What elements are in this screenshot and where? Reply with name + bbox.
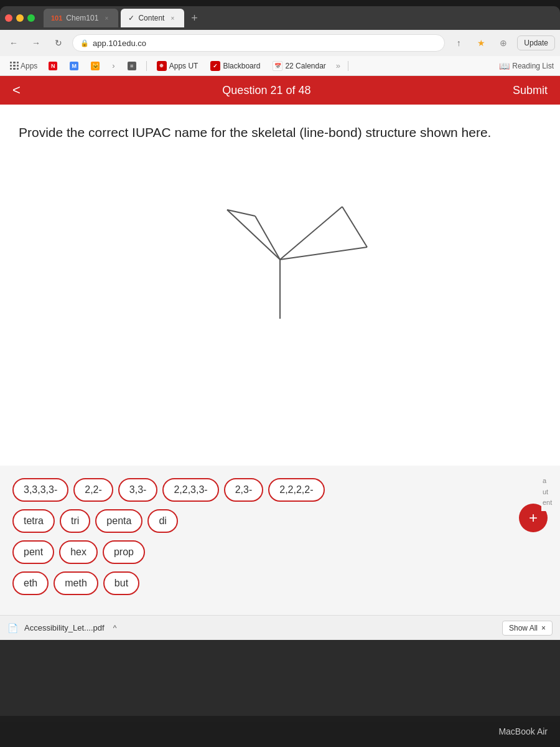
skeletal-structure [19,160,541,334]
reading-list-button[interactable]: 📖 Reading List [499,61,554,71]
calendar-label: 22 Calendar [285,62,325,70]
traffic-lights [5,14,35,22]
close-window-button[interactable] [5,14,12,22]
show-all-close-icon[interactable]: × [541,624,546,632]
bookmark-eq[interactable]: ≡ [123,60,141,72]
bookmark-m[interactable]: M [65,60,83,72]
partial-right-content: a ut ent [541,473,560,511]
tab-chem101[interactable]: 101 Chem101 × [44,9,118,27]
chem101-tab-label: Chem101 [66,14,98,22]
content-tab-icon: ✓ [128,14,134,22]
update-button[interactable]: Update [517,35,555,50]
partial-text-ent: ent [543,497,559,509]
tile-di[interactable]: di [147,509,177,533]
file-icon: 📄 [7,623,18,633]
tile-penta[interactable]: penta [95,509,142,533]
svg-line-6 [342,207,367,247]
new-tab-button[interactable]: + [187,11,202,26]
title-bar: 101 Chem101 × ✓ Content × + [0,6,560,30]
apps-grid-icon [10,62,19,70]
content-tab-close[interactable]: × [168,14,177,22]
bookmark-netflix[interactable]: N [44,60,62,72]
m-icon: M [70,62,78,70]
reading-list-label: Reading List [512,62,554,70]
address-bar: ← → ↻ 🔒 app.101edu.co ↑ ★ ⊕ Update [0,30,560,56]
url-text: app.101edu.co [93,39,146,48]
tab-content[interactable]: ✓ Content × [121,9,184,27]
more-bookmarks-chevron[interactable]: » [336,61,340,70]
chem101-tab-close[interactable]: × [102,14,111,22]
reading-list-icon: 📖 [499,61,510,71]
tab-bar: 101 Chem101 × ✓ Content × + [44,9,555,27]
submit-button[interactable]: Submit [513,84,548,97]
macos-label: MacBook Air [498,726,548,736]
reading-separator [348,61,348,71]
calendar-favicon: 📅 [273,61,282,71]
tiles-row-4: eth meth but [12,571,548,595]
question-body: Provide the correct IUPAC name for the s… [0,105,560,466]
arrow-chevron-icon: › [112,61,114,70]
answer-tiles-area: 3,3,3,3- 2,2- 3,3- 2,2,3,3- 2,3- 2,2,2,2… [0,466,560,615]
tile-3333[interactable]: 3,3,3,3- [12,478,68,502]
lock-icon: 🔒 [80,39,89,47]
bookmark-t[interactable]: 🐱 [86,60,105,72]
back-button[interactable]: ← [5,34,22,52]
svg-line-0 [227,210,280,260]
netflix-icon: N [49,62,57,70]
macos-bar: MacBook Air [0,716,560,747]
tile-2222[interactable]: 2,2,2,2- [268,478,324,502]
browser-window: 101 Chem101 × ✓ Content × + ← → ↻ 🔒 app.… [0,6,560,722]
tile-hex[interactable]: hex [59,540,98,564]
tile-but[interactable]: but [103,571,139,595]
tile-prop[interactable]: prop [103,540,145,564]
equalizer-icon: ≡ [128,62,136,70]
appsut-favicon: ⊕ [157,61,167,71]
forward-button[interactable]: → [27,34,45,52]
tiles-row-3: pent hex prop [12,540,548,564]
tiles-row-2: tetra tri penta di + [12,509,548,533]
refresh-button[interactable]: ↻ [50,34,67,52]
tile-tri[interactable]: tri [60,509,90,533]
tile-eth[interactable]: eth [12,571,49,595]
page-content: < Question 21 of 48 Submit Provide the c… [0,76,560,640]
tile-pent[interactable]: pent [12,540,54,564]
url-bar[interactable]: 🔒 app.101edu.co [72,34,445,52]
partial-text-a: a [543,476,559,487]
show-all-button[interactable]: Show All × [502,621,553,636]
tile-33[interactable]: 3,3- [118,478,158,502]
appsut-label: Apps UT [169,62,198,70]
tile-23[interactable]: 2,3- [224,478,264,502]
tile-2233[interactable]: 2,2,3,3- [162,478,218,502]
bottom-download-bar: 📄 Accessibility_Let....pdf ^ Show All × [0,615,560,640]
question-text: Provide the correct IUPAC name for the s… [19,123,541,141]
extension-button[interactable]: ⊕ [495,34,512,52]
file-name-label: Accessibility_Let....pdf [24,623,105,632]
tiles-row-1: 3,3,3,3- 2,2- 3,3- 2,2,3,3- 2,3- 2,2,2,2… [12,478,548,502]
content-tab-label: Content [138,14,164,22]
t-icon: 🐱 [91,62,100,70]
skeletal-svg [168,160,392,334]
blackboard-favicon: ✓ [210,61,220,71]
tile-22[interactable]: 2,2- [73,478,113,502]
chem101-tab-icon: 101 [51,14,62,22]
bookmark-calendar[interactable]: 📅 22 Calendar [268,59,330,73]
share-button[interactable]: ↑ [450,34,467,52]
bookmark-star-button[interactable]: ★ [472,34,490,52]
tile-tetra[interactable]: tetra [12,509,55,533]
minimize-window-button[interactable] [16,14,24,22]
bookmarks-bar: Apps N M 🐱 › ≡ ⊕ Apps UT ✓ Blackboard 📅 … [0,56,560,76]
svg-line-4 [255,216,280,260]
maximize-window-button[interactable] [27,14,35,22]
expand-icon[interactable]: ^ [113,624,117,632]
apps-grid-button[interactable]: Apps [6,60,41,72]
blackboard-label: Blackboard [223,62,260,70]
bookmark-appsut[interactable]: ⊕ Apps UT [152,59,203,73]
tile-meth[interactable]: meth [54,571,98,595]
back-arrow-button[interactable]: < [12,82,21,98]
bookmark-arrow[interactable]: › [107,59,119,72]
show-all-label: Show All [509,624,538,632]
bookmark-blackboard[interactable]: ✓ Blackboard [205,59,265,73]
apps-label: Apps [21,62,37,70]
bookmark-separator [146,61,147,71]
partial-text-ut: ut [543,487,559,498]
